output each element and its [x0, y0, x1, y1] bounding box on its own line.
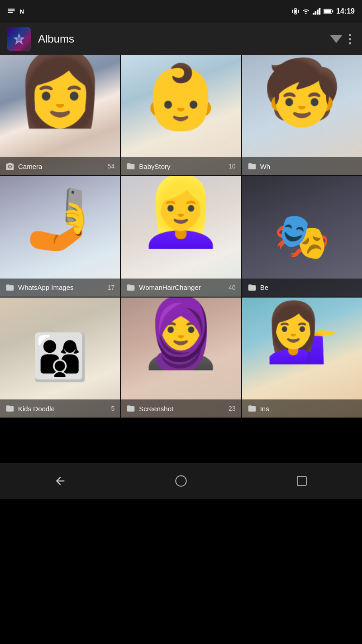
svg-rect-10 [315, 11, 317, 15]
album-name-col3-top: Wh [260, 163, 271, 170]
status-bar-left: N [7, 7, 27, 15]
album-label-left-woman: WomanHairChanger [126, 283, 200, 292]
status-bar-right: 14:19 [292, 7, 355, 15]
app-logo[interactable] [7, 27, 31, 51]
n-icon: N [19, 7, 27, 15]
back-icon [54, 475, 67, 487]
svg-rect-12 [319, 8, 321, 15]
dot2 [349, 38, 351, 40]
album-label-baby: BabyStory 10 [121, 157, 241, 175]
recent-icon [296, 476, 307, 486]
notification-icon [7, 7, 15, 15]
album-label-left-whatsapp: WhatsApp Images [5, 283, 74, 292]
svg-rect-19 [297, 476, 306, 485]
album-count-woman: 40 [229, 284, 236, 291]
more-options-button[interactable] [345, 32, 355, 46]
svg-rect-0 [8, 9, 15, 10]
svg-point-18 [176, 476, 186, 486]
album-label-col3-bottom: Ins [242, 399, 362, 418]
album-label-left-screenshot: Screenshot [126, 404, 173, 413]
album-label-left-col3-bottom: Ins [248, 404, 269, 413]
album-count-camera: 54 [108, 163, 115, 170]
album-label-col3-top: Wh [242, 157, 362, 175]
folder-icon-woman [126, 283, 135, 292]
folder-icon-screenshot [126, 404, 135, 413]
album-label-left-baby: BabyStory [126, 162, 170, 171]
folder-icon-col3-mid [248, 283, 257, 292]
svg-rect-1 [8, 10, 15, 11]
album-label-left-col3-top: Wh [248, 162, 271, 171]
album-name-baby: BabyStory [139, 163, 170, 170]
album-cell-baby-story[interactable]: BabyStory 10 [121, 55, 241, 175]
nav-bar [0, 463, 362, 499]
album-count-whatsapp: 17 [108, 284, 115, 291]
album-count-baby: 10 [229, 163, 236, 170]
dot3 [349, 42, 351, 44]
svg-rect-9 [313, 13, 314, 15]
svg-rect-5 [295, 10, 296, 13]
album-cell-kids-doodle[interactable]: Kids Doodle 5 [0, 298, 120, 418]
album-cell-col3-top[interactable]: Wh [242, 55, 362, 175]
svg-point-17 [17, 37, 21, 41]
album-label-left-camera: Camera [5, 162, 42, 171]
album-cell-woman-hair[interactable]: WomanHairChanger 40 [121, 176, 241, 296]
sort-button[interactable] [330, 35, 343, 43]
album-count-kids: 5 [111, 405, 115, 412]
album-name-camera: Camera [18, 163, 42, 170]
album-name-whatsapp: WhatsApp Images [18, 284, 74, 291]
svg-rect-15 [332, 10, 333, 13]
folder-icon-col3-top [248, 162, 257, 171]
dot1 [349, 34, 351, 36]
album-name-col3-mid: Be [260, 284, 268, 291]
status-time: 14:19 [336, 7, 355, 15]
svg-point-8 [305, 13, 307, 14]
album-cell-col3-bottom[interactable]: Ins [242, 298, 362, 418]
album-label-left-kids: Kids Doodle [5, 404, 55, 413]
folder-icon-baby [126, 162, 135, 171]
album-label-whatsapp: WhatsApp Images 17 [0, 279, 120, 297]
battery-icon [324, 8, 333, 14]
album-label-kids: Kids Doodle 5 [0, 399, 120, 418]
folder-icon-kids [5, 404, 14, 413]
album-label-left-col3-mid: Be [248, 283, 268, 292]
album-name-kids: Kids Doodle [18, 405, 55, 413]
svg-rect-2 [8, 12, 13, 13]
album-label-woman: WomanHairChanger 40 [121, 279, 241, 297]
status-bar: N 14:19 [0, 0, 362, 23]
album-cell-whatsapp[interactable]: WhatsApp Images 17 [0, 176, 120, 296]
albums-grid: Camera 54 BabyStory 10 Wh [0, 55, 362, 418]
album-cell-screenshot[interactable]: Screenshot 23 [121, 298, 241, 418]
camera-icon [5, 162, 14, 171]
nav-back-button[interactable] [47, 467, 74, 495]
album-label-screenshot: Screenshot 23 [121, 399, 241, 418]
signal-icon [313, 8, 321, 15]
nav-recent-button[interactable] [288, 467, 315, 495]
bottom-spacer [0, 418, 362, 463]
wifi-icon [302, 8, 310, 15]
toolbar-actions [330, 32, 355, 46]
album-name-screenshot: Screenshot [139, 405, 173, 413]
album-cell-col3-mid[interactable]: Be [242, 176, 362, 296]
album-cell-camera[interactable]: Camera 54 [0, 55, 120, 175]
svg-rect-14 [324, 10, 331, 13]
folder-icon-whatsapp [5, 283, 14, 292]
home-icon [175, 475, 187, 487]
album-count-screenshot: 23 [229, 405, 236, 412]
album-name-col3-bottom: Ins [260, 405, 269, 413]
album-label-camera: Camera 54 [0, 157, 120, 175]
nav-home-button[interactable] [167, 467, 195, 495]
folder-icon-col3-bottom [248, 404, 257, 413]
toolbar-title: Albums [38, 33, 323, 45]
album-label-col3-mid: Be [242, 279, 362, 297]
svg-text:N: N [20, 8, 24, 15]
svg-rect-11 [317, 10, 319, 14]
vibrate-icon [292, 8, 299, 15]
album-name-woman: WomanHairChanger [139, 284, 200, 291]
toolbar: Albums [0, 23, 362, 55]
